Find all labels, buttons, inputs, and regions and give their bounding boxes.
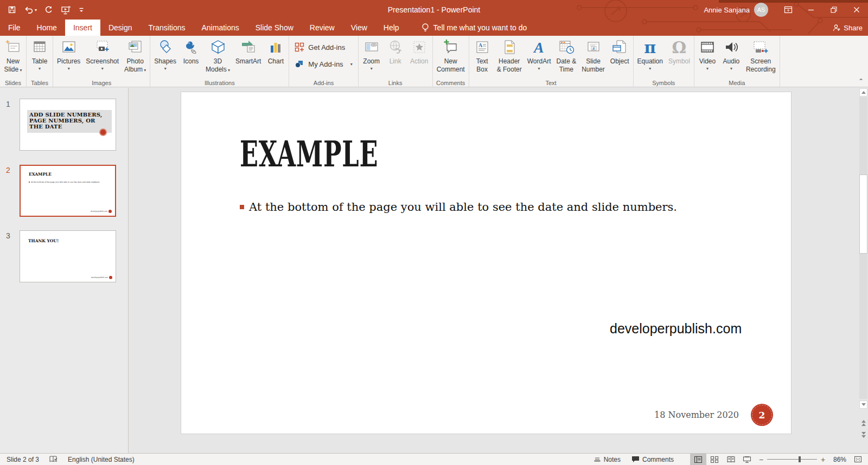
video-button[interactable]: Video ▾ [695,36,719,71]
tab-slide-show[interactable]: Slide Show [247,20,302,36]
slide-show-icon [743,456,751,463]
group-illustrations: Shapes ▾ Icons 3D Models SmartArt [150,36,289,87]
wordart-caret-icon: ▾ [538,67,540,71]
equation-button[interactable]: π Equation ▾ [635,36,666,71]
customize-qat-icon[interactable] [78,6,85,14]
powerpoint-window: ▾ Presentation1 - PowerPoint Annie Sanja… [0,0,868,465]
new-slide-button[interactable]: New Slide [1,36,25,74]
start-from-beginning-icon[interactable] [61,5,71,15]
repeat-icon[interactable] [44,5,53,14]
zoom-out-button[interactable]: − [755,455,767,464]
object-button[interactable]: Object [608,36,632,66]
fit-to-window-icon [854,456,862,463]
shapes-button[interactable]: Shapes ▾ [151,36,179,71]
wordart-icon: A [530,38,548,56]
tab-design[interactable]: Design [100,20,141,36]
zoom-slider-thumb[interactable] [799,456,801,462]
photo-album-button[interactable]: Photo Album [122,36,149,74]
slide-3-thumbnail[interactable]: THANK YOU! developerpublish.com [20,230,116,282]
slide-sorter-view-button[interactable] [706,454,723,465]
zoom-button[interactable]: Zoom ▾ [360,36,384,71]
slide-title[interactable]: EXAMPLE [240,133,378,175]
tab-view[interactable]: View [343,20,375,36]
group-images: Pictures ▾ Screenshot ▾ Photo Album Imag… [53,36,150,87]
new-comment-button[interactable]: New Comment [434,36,468,74]
audio-caret-icon: ▾ [730,67,732,71]
slide-1-title-block: ADD SLIDE NUMBERS, PAGE NUMBERS, OR THE … [27,110,112,133]
text-box-button[interactable]: A Text Box [470,36,494,74]
date-time-button[interactable]: Date & Time [553,36,579,74]
group-comments: New Comment Comments [433,36,469,87]
next-slide-button[interactable] [859,430,867,439]
website-text[interactable]: developerpublish.com [610,321,742,337]
slide-info[interactable]: Slide 2 of 3 [7,456,39,463]
scroll-up-button[interactable] [859,88,867,96]
share-button[interactable]: Share [833,20,863,36]
restore-button[interactable] [822,0,845,20]
slide-number-button[interactable]: # Slide Number [579,36,608,74]
tell-me-box[interactable]: Tell me what you want to do [414,20,535,36]
undo-caret-icon[interactable]: ▾ [35,8,37,12]
icons-icon [182,38,200,56]
icons-button[interactable]: Icons [179,36,203,66]
smartart-button[interactable]: SmartArt [233,36,264,66]
zoom-slider[interactable] [767,454,817,465]
previous-slide-button[interactable] [859,418,867,427]
tab-transitions[interactable]: Transitions [141,20,194,36]
language-indicator[interactable]: English (United States) [68,456,135,463]
group-label-symbols: Symbols [634,80,694,86]
my-add-ins-button[interactable]: My Add-ins ▾ [290,58,356,70]
chart-button[interactable]: Chart [264,36,288,66]
screenshot-button[interactable]: Screenshot ▾ [83,36,122,71]
slide-number-badge[interactable]: 2 [751,404,773,426]
collapse-ribbon-icon[interactable]: ⌃ [858,78,864,85]
fit-slide-to-window-button[interactable] [850,454,866,465]
scrollbar-thumb[interactable] [859,175,867,254]
minimize-button[interactable] [800,0,822,20]
tab-animations[interactable]: Animations [193,20,247,36]
wordart-button[interactable]: A WordArt ▾ [525,36,554,71]
slide-2-thumbnail[interactable]: EXAMPLE At the bottom of the page you wi… [20,165,116,217]
shapes-caret-icon: ▾ [164,67,167,71]
scroll-down-button[interactable] [859,401,867,409]
pictures-button[interactable]: Pictures ▾ [54,36,83,71]
new-slide-icon [4,38,22,56]
tab-review[interactable]: Review [302,20,343,36]
slide-date[interactable]: 18 November 2020 [654,410,739,420]
slide-1-thumbnail[interactable]: ADD SLIDE NUMBERS, PAGE NUMBERS, OR THE … [20,99,116,151]
user-name[interactable]: Annie Sanjana [704,6,750,14]
tab-help[interactable]: Help [375,20,407,36]
tab-file[interactable]: File [0,20,29,36]
zoom-percentage[interactable]: 86% [829,456,850,463]
undo-icon[interactable]: ▾ [24,5,37,14]
my-add-ins-caret-icon: ▾ [350,62,353,67]
audio-button[interactable]: Audio ▾ [719,36,743,71]
get-add-ins-button[interactable]: Get Add-ins [290,41,349,53]
ribbon-display-options-icon[interactable] [777,0,800,20]
header-footer-button[interactable]: Header & Footer [494,36,525,74]
notes-button[interactable]: Notes [588,454,626,465]
spellcheck-icon[interactable] [49,455,58,463]
tab-insert[interactable]: Insert [65,20,100,36]
comments-button[interactable]: Comments [626,454,679,465]
group-media: Video ▾ Audio ▾ Screen Recording Media [694,36,780,87]
table-button[interactable]: Table ▾ [28,36,52,71]
zoom-in-button[interactable]: + [817,455,829,464]
3d-models-button[interactable]: 3D Models [203,36,233,74]
reading-view-button[interactable] [723,454,739,465]
new-comment-icon [442,38,460,56]
text-box-icon: A [473,38,492,56]
group-text: A Text Box Header & Footer A WordArt ▾ [469,36,634,87]
slide-show-button[interactable] [739,454,755,465]
slide-2-number: 2 [6,166,10,175]
avatar[interactable]: AS [754,3,768,17]
slide-bullet-line[interactable]: At the bottom of the page you will able … [240,201,677,214]
slide-canvas[interactable]: EXAMPLE At the bottom of the page you wi… [181,92,791,434]
save-icon[interactable] [8,5,16,14]
tab-home[interactable]: Home [29,20,65,36]
svg-text:A: A [533,39,544,56]
screen-recording-button[interactable]: Screen Recording [743,36,778,74]
normal-view-button[interactable] [690,454,706,465]
link-icon [386,38,405,56]
close-button[interactable] [845,0,868,20]
